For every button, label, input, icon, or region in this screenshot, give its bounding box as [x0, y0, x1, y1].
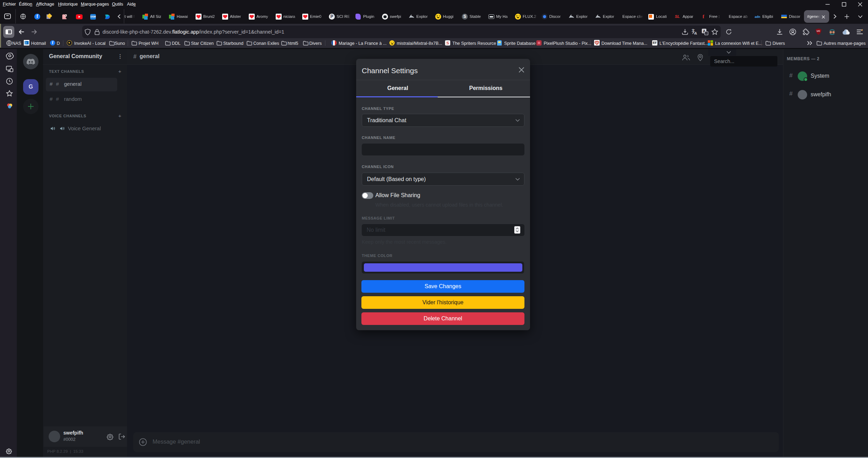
- svg-text:UO: UO: [817, 30, 820, 32]
- svg-text:A: A: [694, 32, 697, 35]
